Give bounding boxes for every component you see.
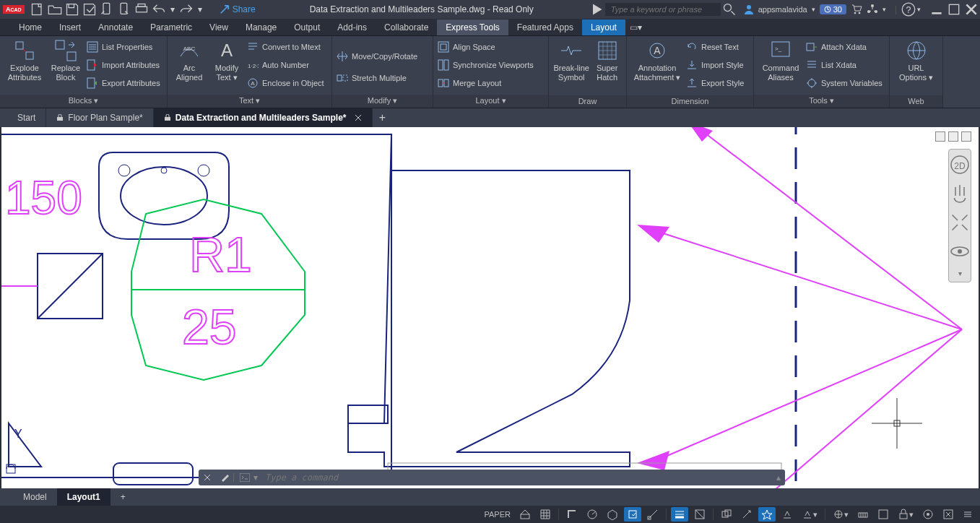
modify-text-button[interactable]: AModify Text ▾ xyxy=(209,39,244,95)
nav-more-icon[interactable]: ▾ xyxy=(958,269,962,277)
tab-featured-apps[interactable]: Featured Apps xyxy=(508,20,582,35)
web-save-icon[interactable] xyxy=(117,2,131,17)
drawing-canvas[interactable]: 150 R1 25 Y xyxy=(1,127,979,488)
tab-annotate[interactable]: Annotate xyxy=(90,20,142,35)
panel-layout-title[interactable]: Layout ▾ xyxy=(433,95,548,108)
panel-text-title[interactable]: Text ▾ xyxy=(168,95,331,108)
enclose-object-button[interactable]: AEnclose in Object xyxy=(247,75,324,91)
anno-visibility-icon[interactable] xyxy=(758,507,776,522)
tab-overflow[interactable]: ▭▾ xyxy=(625,20,646,35)
reset-text-button[interactable]: Reset Text xyxy=(686,39,744,55)
breakline-button[interactable]: Break-line Symbol xyxy=(553,39,589,95)
auto-number-button[interactable]: 1·2·3Auto Number xyxy=(247,57,324,73)
explode-attributes-button[interactable]: Explode Attributes xyxy=(4,39,45,95)
clean-screen-icon[interactable] xyxy=(940,507,957,522)
new-icon[interactable] xyxy=(30,2,45,17)
user-icon[interactable] xyxy=(744,4,754,14)
chevron-down-icon[interactable]: ▾ xyxy=(196,2,204,17)
system-variables-button[interactable]: System Variables xyxy=(806,75,883,91)
apps-icon[interactable] xyxy=(867,4,878,15)
grid-icon[interactable] xyxy=(537,507,554,522)
cmd-history-icon[interactable]: ▴ xyxy=(772,472,785,483)
cart-icon[interactable] xyxy=(851,4,862,15)
search-input[interactable] xyxy=(605,3,721,16)
tab-parametric[interactable]: Parametric xyxy=(142,20,201,35)
tab-addins[interactable]: Add-ins xyxy=(329,20,376,35)
tab-collaborate[interactable]: Collaborate xyxy=(376,20,437,35)
tab-manage[interactable]: Manage xyxy=(237,20,285,35)
transparency-icon[interactable] xyxy=(691,507,708,522)
chevron-down-icon[interactable]: ▾ xyxy=(169,2,176,17)
command-aliases-button[interactable]: >_Command Aliases xyxy=(758,39,803,95)
trial-badge[interactable]: 30 xyxy=(820,4,846,14)
cmd-close-icon[interactable] xyxy=(199,474,216,481)
replace-block-button[interactable]: Replace Block xyxy=(48,39,84,95)
saveas-icon[interactable] xyxy=(82,2,97,17)
list-properties-button[interactable]: List Properties xyxy=(87,39,160,55)
tab-express-tools[interactable]: Express Tools xyxy=(437,20,508,35)
add-layout-button[interactable]: + xyxy=(110,488,136,506)
close-icon[interactable] xyxy=(966,4,977,15)
play-icon[interactable] xyxy=(589,2,604,17)
viewport-close-icon[interactable] xyxy=(961,131,971,142)
isodraft-icon[interactable] xyxy=(604,507,621,522)
arc-aligned-button[interactable]: ABCArc Aligned xyxy=(172,39,207,95)
close-tab-icon[interactable] xyxy=(355,114,362,121)
panel-modify-title[interactable]: Modify ▾ xyxy=(332,95,433,108)
file-tab-current[interactable]: Data Extraction and Multileaders Sample* xyxy=(154,108,373,127)
list-xdata-button[interactable]: List Xdata xyxy=(806,57,883,73)
align-space-button[interactable]: Align Space xyxy=(438,39,534,55)
ortho-icon[interactable] xyxy=(563,507,581,522)
maximize-icon[interactable] xyxy=(948,4,960,15)
layout1-tab[interactable]: Layout1 xyxy=(57,488,110,506)
user-name[interactable]: appsmalavida xyxy=(758,5,807,14)
web-open-icon[interactable] xyxy=(100,2,114,17)
import-style-button[interactable]: Import Style xyxy=(686,57,744,73)
panel-blocks-title[interactable]: Blocks ▾ xyxy=(0,95,167,108)
otrack-icon[interactable] xyxy=(644,507,662,522)
new-tab-button[interactable]: + xyxy=(373,111,391,124)
sync-viewports-button[interactable]: Synchronize Viewports xyxy=(438,57,534,73)
tab-layout[interactable]: Layout xyxy=(582,20,625,35)
viewport-max-icon[interactable] xyxy=(948,131,958,142)
app-logo[interactable]: ACAD xyxy=(3,5,25,14)
convert-mtext-button[interactable]: Convert to Mtext xyxy=(247,39,324,55)
help-icon[interactable]: ? xyxy=(901,2,916,17)
pan-icon[interactable] xyxy=(949,183,971,204)
plot-icon[interactable] xyxy=(134,2,149,17)
paper-toggle[interactable]: PAPER xyxy=(482,507,513,522)
command-line[interactable]: ▾ ▴ xyxy=(199,470,785,485)
quick-props-icon[interactable] xyxy=(875,507,892,522)
anno-autoscale-icon[interactable] xyxy=(779,507,796,522)
file-tab-floorplan[interactable]: Floor Plan Sample* xyxy=(46,108,153,127)
search-icon[interactable] xyxy=(722,2,737,17)
units-icon[interactable] xyxy=(854,507,872,522)
share-link[interactable]: Share xyxy=(220,4,256,14)
minimize-icon[interactable] xyxy=(931,4,942,15)
redo-icon[interactable] xyxy=(179,2,194,17)
move-copy-rotate-button[interactable]: Move/Copy/Rotate xyxy=(337,48,417,64)
export-style-button[interactable]: Export Style xyxy=(686,75,744,91)
polar-icon[interactable] xyxy=(584,507,601,522)
tab-insert[interactable]: Insert xyxy=(51,20,90,35)
home-nav-icon[interactable]: 2D xyxy=(949,154,971,176)
merge-layout-button[interactable]: Merge Layout xyxy=(438,75,534,91)
grid-snap-icon[interactable] xyxy=(516,507,534,522)
super-hatch-button[interactable]: Super Hatch xyxy=(592,39,622,95)
workspace-icon[interactable]: ▾ xyxy=(830,507,851,522)
orbit-icon[interactable] xyxy=(949,241,971,262)
export-attributes-button[interactable]: Export Attributes xyxy=(87,75,160,91)
viewport-min-icon[interactable] xyxy=(935,131,945,142)
annotation-attachment-button[interactable]: AAnnotation Attachment ▾ xyxy=(631,39,683,95)
anno-scale-list-icon[interactable]: ▾ xyxy=(799,507,820,522)
customize-icon[interactable] xyxy=(960,507,976,522)
url-options-button[interactable]: URL Options ▾ xyxy=(895,39,938,95)
attach-xdata-button[interactable]: Attach Xdata xyxy=(806,39,883,55)
open-icon[interactable] xyxy=(48,2,62,17)
isolate-icon[interactable] xyxy=(919,507,937,522)
tab-view[interactable]: View xyxy=(201,20,237,35)
model-tab[interactable]: Model xyxy=(13,488,57,506)
undo-icon[interactable] xyxy=(152,2,166,17)
save-icon[interactable] xyxy=(65,2,79,17)
import-attributes-button[interactable]: Import Attributes xyxy=(87,57,160,73)
